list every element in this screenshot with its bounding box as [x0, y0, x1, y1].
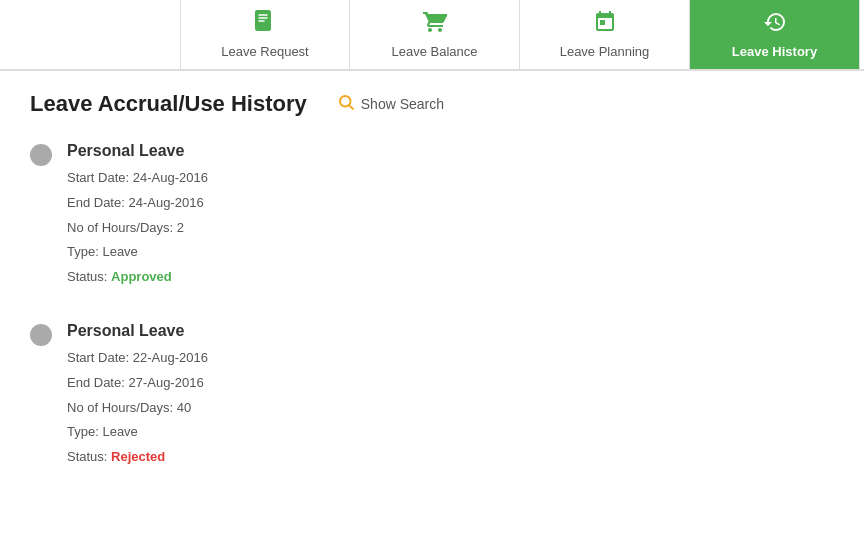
show-search-button[interactable]: Show Search [337, 93, 444, 116]
status-value-2: Rejected [111, 449, 165, 464]
tab-leave-history[interactable]: Leave History [690, 0, 860, 69]
tab-leave-planning-label: Leave Planning [560, 44, 650, 59]
type-label-1: Type: [67, 244, 99, 259]
end-date-label-1: End Date: [67, 195, 125, 210]
record-name-1: Personal Leave [67, 142, 834, 160]
end-date-value-2: 27-Aug-2016 [128, 375, 203, 390]
hours-label-2: No of Hours/Days: [67, 400, 173, 415]
record-start-date-2: Start Date: 22-Aug-2016 [67, 348, 834, 369]
record-type-2: Type: Leave [67, 422, 834, 443]
show-search-label: Show Search [361, 96, 444, 112]
tab-leave-planning[interactable]: Leave Planning [520, 0, 690, 69]
end-date-label-2: End Date: [67, 375, 125, 390]
tab-leave-request[interactable]: Leave Request [180, 0, 350, 69]
start-date-label-1: Start Date: [67, 170, 129, 185]
svg-point-3 [340, 96, 351, 107]
type-value-2: Leave [102, 424, 137, 439]
record-details-2: Personal Leave Start Date: 22-Aug-2016 E… [67, 322, 834, 472]
tab-leave-request-label: Leave Request [221, 44, 308, 59]
document-icon [253, 10, 277, 40]
status-label-1: Status: [67, 269, 107, 284]
tab-leave-history-label: Leave History [732, 44, 817, 59]
main-content: Leave Accrual/Use History Show Search Pe… [0, 71, 864, 522]
record-details-1: Personal Leave Start Date: 24-Aug-2016 E… [67, 142, 834, 292]
start-date-value-1: 24-Aug-2016 [133, 170, 208, 185]
leave-record-2: Personal Leave Start Date: 22-Aug-2016 E… [30, 322, 834, 472]
record-start-date-1: Start Date: 24-Aug-2016 [67, 168, 834, 189]
record-hours-2: No of Hours/Days: 40 [67, 398, 834, 419]
record-bullet-1 [30, 144, 52, 166]
record-status-1: Status: Approved [67, 267, 834, 288]
record-end-date-2: End Date: 27-Aug-2016 [67, 373, 834, 394]
history-icon [763, 10, 787, 40]
start-date-value-2: 22-Aug-2016 [133, 350, 208, 365]
record-name-2: Personal Leave [67, 322, 834, 340]
hours-label-1: No of Hours/Days: [67, 220, 173, 235]
leave-record-1: Personal Leave Start Date: 24-Aug-2016 E… [30, 142, 834, 292]
nav-tabs: Leave Request Leave Balance Leave Planni… [0, 0, 864, 71]
hours-value-2: 40 [177, 400, 191, 415]
record-status-2: Status: Rejected [67, 447, 834, 468]
leave-records-list: Personal Leave Start Date: 24-Aug-2016 E… [30, 142, 834, 472]
record-bullet-2 [30, 324, 52, 346]
hours-value-1: 2 [177, 220, 184, 235]
page-header: Leave Accrual/Use History Show Search [30, 91, 834, 117]
tab-leave-balance[interactable]: Leave Balance [350, 0, 520, 69]
calendar-icon [593, 10, 617, 40]
record-type-1: Type: Leave [67, 242, 834, 263]
status-label-2: Status: [67, 449, 107, 464]
tab-leave-balance-label: Leave Balance [391, 44, 477, 59]
record-hours-1: No of Hours/Days: 2 [67, 218, 834, 239]
svg-line-4 [349, 105, 353, 109]
start-date-label-2: Start Date: [67, 350, 129, 365]
status-value-1: Approved [111, 269, 172, 284]
type-value-1: Leave [102, 244, 137, 259]
page-title: Leave Accrual/Use History [30, 91, 307, 117]
end-date-value-1: 24-Aug-2016 [128, 195, 203, 210]
search-icon [337, 93, 355, 116]
type-label-2: Type: [67, 424, 99, 439]
cart-icon [423, 10, 447, 40]
record-end-date-1: End Date: 24-Aug-2016 [67, 193, 834, 214]
